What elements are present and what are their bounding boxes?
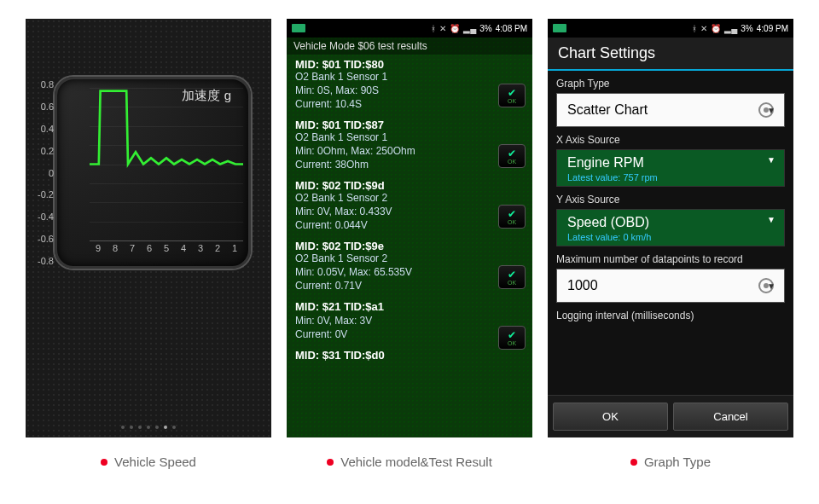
y-axis-select[interactable]: Speed (OBD) Latest value: 0 km/h ▼	[556, 209, 785, 246]
chevron-down-icon: ▼	[767, 106, 775, 115]
y-axis-label: Y Axis Source	[556, 194, 785, 206]
status-bar: ᚼ ✕ ⏰ ▂▄ 3% 4:09 PM	[548, 19, 793, 38]
page-title: Chart Settings	[558, 44, 783, 62]
acceleration-chart: 加速度 g 0.8 0.6 0.4 0.2 0 -0.2 -0.4 -0.6 -…	[55, 77, 251, 269]
graph-type-label: Graph Type	[556, 78, 785, 90]
alarm-icon: ⏰	[711, 24, 721, 33]
chevron-down-icon: ▼	[767, 155, 775, 165]
settings-header: Chart Settings	[548, 38, 793, 71]
dot-icon	[327, 459, 334, 466]
max-datapoints-label: Maximum number of datapoints to record	[556, 253, 785, 265]
mute-icon: ✕	[700, 24, 707, 33]
mute-icon: ✕	[439, 24, 446, 33]
ok-badge: ✔OK	[498, 265, 526, 289]
phone-vehicle-speed: 加速度 g 0.8 0.6 0.4 0.2 0 -0.2 -0.4 -0.6 -…	[26, 19, 271, 437]
line-trace	[90, 88, 243, 240]
result-item[interactable]: MID: $31 TID:$d0	[287, 345, 532, 367]
bluetooth-icon: ᚼ	[431, 24, 436, 33]
chevron-down-icon: ▼	[767, 215, 775, 224]
time: 4:09 PM	[757, 24, 788, 33]
caption-2: Vehicle model&Test Result	[287, 455, 532, 469]
result-list[interactable]: MID: $01 TID:$80 O2 Bank 1 Sensor 1 Min:…	[287, 55, 532, 367]
graph-type-select[interactable]: Scatter Chart ▼	[556, 93, 785, 127]
phone-test-results: ᚼ ✕ ⏰ ▂▄ 3% 4:08 PM Vehicle Mode $06 tes…	[287, 19, 532, 437]
dot-icon	[630, 459, 637, 466]
signal-icon: ▂▄	[463, 24, 476, 33]
check-icon: ✔	[508, 330, 516, 340]
interval-label: Logging interval (milliseconds)	[556, 310, 785, 322]
plot-area	[90, 88, 243, 241]
ok-badge: ✔OK	[498, 84, 526, 107]
battery-pct: 3%	[479, 24, 491, 33]
phone-chart-settings: ᚼ ✕ ⏰ ▂▄ 3% 4:09 PM Chart Settings Graph…	[548, 19, 793, 437]
check-icon: ✔	[508, 269, 516, 280]
bluetooth-icon: ᚼ	[692, 24, 697, 33]
status-bar: ᚼ ✕ ⏰ ▂▄ 3% 4:08 PM	[287, 19, 532, 38]
result-item[interactable]: MID: $01 TID:$80 O2 Bank 1 Sensor 1 Min:…	[287, 55, 532, 115]
x-axis-label: X Axis Source	[556, 134, 785, 146]
result-item[interactable]: MID: $02 TID:$9d O2 Bank 1 Sensor 2 Min:…	[287, 176, 532, 236]
result-item[interactable]: MID: $21 TID:$a1 Min: 0V, Max: 3V Curren…	[287, 297, 532, 345]
result-item[interactable]: MID: $02 TID:$9e O2 Bank 1 Sensor 2 Min:…	[287, 236, 532, 297]
ok-badge: ✔OK	[498, 205, 526, 229]
results-header: Vehicle Mode $06 test results	[287, 38, 532, 55]
cancel-button[interactable]: Cancel	[673, 403, 788, 431]
button-row: OK Cancel	[548, 395, 793, 437]
caption-3: Graph Type	[548, 455, 793, 469]
ok-button[interactable]: OK	[553, 403, 668, 431]
page-indicator	[121, 426, 176, 429]
time: 4:08 PM	[496, 24, 527, 33]
signal-icon: ▂▄	[724, 24, 737, 33]
result-item[interactable]: MID: $01 TID:$87 O2 Bank 1 Sensor 1 Min:…	[287, 115, 532, 176]
dot-icon	[101, 459, 107, 466]
battery-pct: 3%	[741, 24, 752, 33]
check-icon: ✔	[508, 88, 516, 98]
chevron-down-icon: ▼	[767, 281, 775, 291]
caption-1: Vehicle Speed	[26, 455, 271, 469]
alarm-icon: ⏰	[450, 24, 460, 33]
x-axis-select[interactable]: Engine RPM Latest value: 757 rpm ▼	[556, 149, 785, 187]
check-icon: ✔	[508, 209, 516, 219]
y-axis: 0.8 0.6 0.4 0.2 0 -0.2 -0.4 -0.6 -0.8	[30, 79, 54, 266]
max-datapoints-field[interactable]: 1000 ▼	[556, 269, 785, 303]
x-axis: 9 8 7 6 5 4 3 2 1	[90, 243, 243, 253]
ok-badge: ✔OK	[498, 144, 526, 168]
check-icon: ✔	[508, 148, 516, 159]
